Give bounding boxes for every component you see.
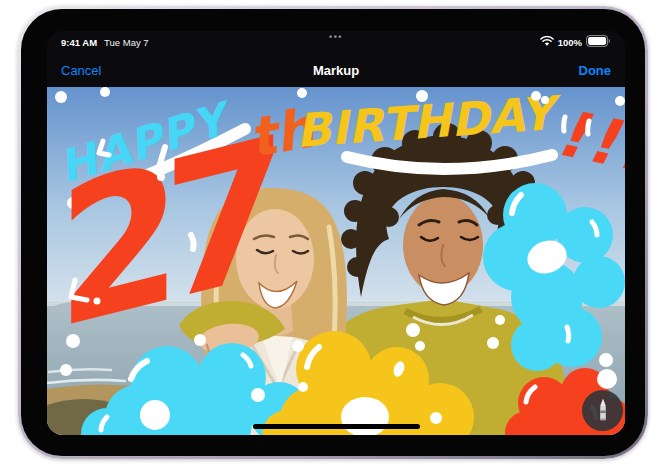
wifi-icon bbox=[540, 36, 554, 49]
screenshot-stage: 9:41 AM Tue May 7 ••• 100% bbox=[0, 0, 666, 465]
page-title: Markup bbox=[313, 63, 359, 78]
home-indicator[interactable] bbox=[253, 424, 420, 429]
photo-scene: HAPPY 27 th BIRTHDAY !!! bbox=[47, 87, 625, 435]
multitask-handle[interactable]: ••• bbox=[329, 32, 343, 42]
status-bar: 9:41 AM Tue May 7 ••• 100% bbox=[47, 31, 625, 53]
photo-canvas[interactable]: HAPPY 27 th BIRTHDAY !!! bbox=[47, 87, 625, 435]
cancel-button[interactable]: Cancel bbox=[61, 61, 101, 80]
ipad-bezel: 9:41 AM Tue May 7 ••• 100% bbox=[21, 9, 645, 456]
status-date: Tue May 7 bbox=[104, 37, 149, 48]
ipad-device-frame: 9:41 AM Tue May 7 ••• 100% bbox=[18, 6, 648, 459]
done-button[interactable]: Done bbox=[579, 61, 612, 80]
status-time: 9:41 AM bbox=[61, 37, 97, 48]
battery-percent: 100% bbox=[558, 37, 582, 48]
battery-icon bbox=[586, 35, 611, 49]
pen-tool-button[interactable] bbox=[582, 390, 623, 431]
pen-tool-icon bbox=[595, 397, 611, 424]
markup-toolbar: Cancel Markup Done bbox=[47, 53, 625, 87]
screen: 9:41 AM Tue May 7 ••• 100% bbox=[47, 31, 625, 435]
